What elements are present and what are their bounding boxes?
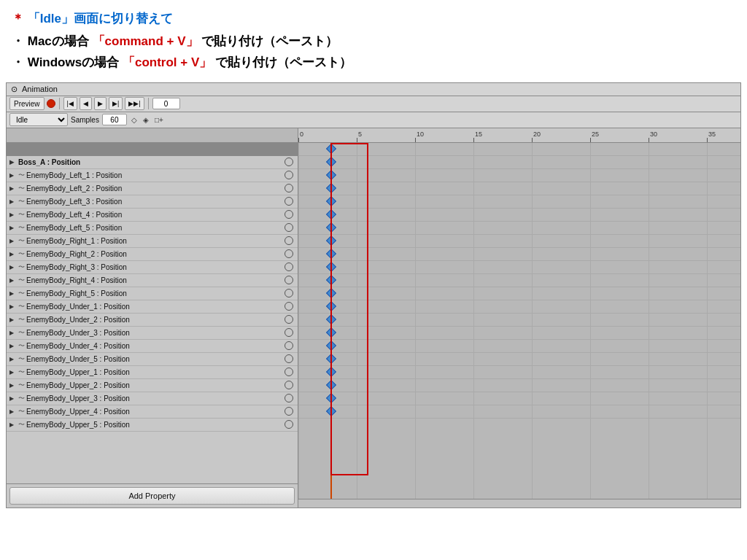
- keyframe-diamond[interactable]: [326, 314, 336, 324]
- instructions-panel: ＊ 「Idle」画面に切り替えて ・ Macの場合 「command + V」 …: [0, 0, 747, 79]
- instruction-line1: ＊ 「Idle」画面に切り替えて: [12, 9, 735, 30]
- property-row[interactable]: ▶〜EnemyBody_Under_1 : Position: [7, 300, 298, 314]
- keyframe-circle[interactable]: [285, 276, 293, 284]
- add-key-icon[interactable]: ◈: [142, 116, 150, 124]
- keyframe-diamond[interactable]: [326, 196, 336, 206]
- property-row[interactable]: ▶〜EnemyBody_Under_3 : Position: [7, 327, 298, 340]
- property-row[interactable]: ▶〜EnemyBody_Left_4 : Position: [7, 209, 298, 222]
- keyframe-diamond[interactable]: [326, 301, 336, 311]
- keyframe-row: [298, 235, 740, 248]
- property-row[interactable]: ▶〜EnemyBody_Right_5 : Position: [7, 287, 298, 300]
- goto-start-button[interactable]: |◀: [63, 97, 77, 110]
- ruler-left: [7, 128, 298, 143]
- property-row[interactable]: ▶〜EnemyBody_Upper_4 : Position: [7, 405, 298, 419]
- keyframe-diamond[interactable]: [326, 406, 336, 416]
- keyframe-circle[interactable]: [285, 394, 293, 402]
- clip-selector[interactable]: Idle: [9, 113, 68, 126]
- property-row[interactable]: ▶〜EnemyBody_Left_5 : Position: [7, 222, 298, 235]
- keyframe-circle[interactable]: [285, 249, 293, 258]
- keyframe-grid: [298, 143, 740, 499]
- property-row[interactable]: ▶〜EnemyBody_Upper_1 : Position: [7, 366, 298, 379]
- keyframe-circle[interactable]: [285, 184, 293, 192]
- keyframe-circle[interactable]: [285, 236, 293, 245]
- expand-arrow-icon: ▶: [9, 264, 17, 271]
- samples-input[interactable]: [102, 114, 127, 125]
- play-button[interactable]: ▶: [94, 97, 107, 110]
- key-icon[interactable]: ◇: [130, 116, 139, 124]
- keyframe-diamond[interactable]: [326, 367, 336, 377]
- options-icon[interactable]: □+: [153, 116, 165, 124]
- play-back-button[interactable]: ◀: [80, 97, 92, 110]
- keyframe-diamond[interactable]: [326, 327, 336, 338]
- keyframe-circle[interactable]: [285, 289, 293, 298]
- keyframe-circle[interactable]: [285, 354, 293, 363]
- property-row[interactable]: ▶〜EnemyBody_Left_3 : Position: [7, 195, 298, 209]
- add-property-button[interactable]: Add Property: [9, 487, 295, 505]
- keyframe-diamond[interactable]: [326, 262, 336, 272]
- keyframe-circle[interactable]: [285, 341, 293, 350]
- line3-suffix: で貼り付け（ペースト）: [215, 55, 352, 69]
- keyframe-circle[interactable]: [285, 210, 293, 219]
- keyframe-diamond[interactable]: [326, 157, 336, 167]
- property-row[interactable]: ▶〜EnemyBody_Under_5 : Position: [7, 353, 298, 366]
- timeline-scrollbar[interactable]: [298, 499, 740, 508]
- keyframe-circle[interactable]: [285, 368, 293, 376]
- property-row[interactable]: ▶〜EnemyBody_Left_2 : Position: [7, 182, 298, 195]
- keyframe-diamond[interactable]: [326, 341, 336, 351]
- keyframe-circle[interactable]: [285, 197, 293, 206]
- play-forward-button[interactable]: ▶|: [109, 97, 123, 110]
- keyframe-diamond[interactable]: [326, 249, 336, 259]
- keyframe-circle[interactable]: [285, 171, 293, 179]
- keyframe-diamond[interactable]: [326, 209, 336, 219]
- keyframe-diamond[interactable]: [326, 236, 336, 246]
- keyframe-diamond[interactable]: [326, 354, 336, 364]
- keyframe-diamond[interactable]: [326, 380, 336, 390]
- keyframe-diamond[interactable]: [326, 275, 336, 285]
- keyframe-circle[interactable]: [285, 420, 293, 429]
- keyframe-circle[interactable]: [285, 315, 293, 324]
- property-bottom: Add Property: [7, 483, 298, 508]
- property-row[interactable]: ▶〜EnemyBody_Upper_5 : Position: [7, 419, 298, 432]
- title-bar: ⊙ Animation: [7, 83, 740, 96]
- window-title: Animation: [22, 85, 58, 93]
- property-row[interactable]: ▶〜EnemyBody_Under_4 : Position: [7, 340, 298, 353]
- goto-end-button[interactable]: ▶▶|: [125, 97, 144, 110]
- keyframe-row: [298, 327, 740, 340]
- property-row[interactable]: ▶〜EnemyBody_Right_3 : Position: [7, 261, 298, 274]
- property-row[interactable]: ▶〜EnemyBody_Left_1 : Position: [7, 169, 298, 182]
- expand-arrow-icon: ▶: [9, 316, 17, 323]
- record-button[interactable]: [47, 99, 55, 108]
- ruler-label: 10: [417, 131, 424, 138]
- keyframe-circle[interactable]: [285, 381, 293, 389]
- keyframe-circle[interactable]: [285, 158, 293, 166]
- wave-icon: 〜: [18, 171, 25, 180]
- property-name: EnemyBody_Left_5 : Position: [26, 224, 285, 232]
- keyframe-diamond[interactable]: [326, 144, 336, 154]
- keyframe-diamond[interactable]: [326, 183, 336, 193]
- keyframe-circle[interactable]: [285, 328, 293, 337]
- keyframe-row: [298, 366, 740, 379]
- wave-icon: 〜: [18, 184, 25, 193]
- asterisk: ＊: [12, 12, 24, 26]
- keyframe-circle[interactable]: [285, 223, 293, 232]
- property-row[interactable]: ▶Boss_A : Position: [7, 156, 298, 169]
- ruler-label: 15: [475, 131, 482, 138]
- keyframe-circle[interactable]: [285, 302, 293, 311]
- preview-button[interactable]: Preview: [9, 97, 44, 110]
- property-row[interactable]: ▶〜EnemyBody_Upper_2 : Position: [7, 379, 298, 392]
- keyframe-circle[interactable]: [285, 407, 293, 416]
- property-row[interactable]: ▶〜EnemyBody_Right_4 : Position: [7, 274, 298, 287]
- keyframe-circle[interactable]: [285, 262, 293, 271]
- animation-icon: ⊙: [11, 85, 18, 94]
- frame-input[interactable]: [152, 98, 180, 109]
- keyframe-row: [298, 248, 740, 261]
- keyframe-diamond[interactable]: [326, 222, 336, 233]
- keyframe-diamond[interactable]: [326, 170, 336, 180]
- property-row[interactable]: ▶〜EnemyBody_Upper_3 : Position: [7, 392, 298, 405]
- property-row[interactable]: ▶〜EnemyBody_Right_1 : Position: [7, 235, 298, 248]
- keyframe-diamond[interactable]: [326, 393, 336, 403]
- property-row[interactable]: ▶〜EnemyBody_Under_2 : Position: [7, 314, 298, 327]
- expand-arrow-icon: ▶: [9, 277, 17, 284]
- keyframe-diamond[interactable]: [326, 288, 336, 298]
- property-row[interactable]: ▶〜EnemyBody_Right_2 : Position: [7, 248, 298, 261]
